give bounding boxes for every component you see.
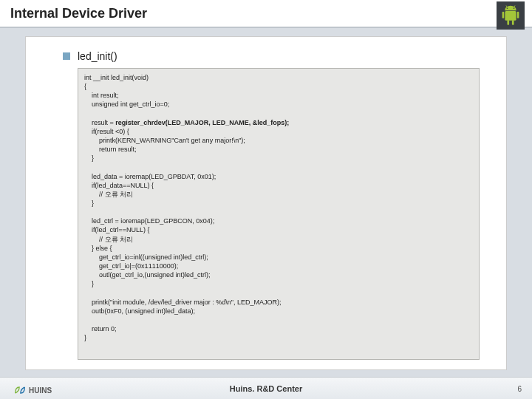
code-line: } [84, 334, 86, 341]
svg-point-1 [507, 7, 508, 9]
code-line: get_ctrl_io=inl((unsigned int)led_ctrl); [84, 253, 208, 261]
svg-rect-7 [517, 12, 519, 18]
code-line: { [84, 83, 86, 90]
code-line: unsigned int get_ctrl_io=0; [84, 100, 169, 108]
svg-rect-9 [512, 20, 514, 25]
svg-rect-6 [502, 12, 505, 18]
function-name: led_init() [78, 50, 117, 62]
code-line: } else { [84, 245, 112, 252]
logo-icon [13, 385, 27, 395]
code-line: get_ctrl_io|=(0x11110000); [84, 262, 178, 270]
code-line: led_data = ioremap(LED_GPBDAT, 0x01); [84, 173, 216, 180]
android-icon [497, 1, 525, 30]
code-line: int __init led_init(void) [84, 74, 149, 81]
code-line: printk(KERN_WARNING"Can't get any major!… [84, 137, 245, 144]
code-bold: register_chrdev(LED_MAJOR, LED_NAME, &le… [115, 119, 289, 126]
logo-text: HUINS [29, 386, 52, 395]
svg-rect-8 [507, 20, 509, 25]
page-title: Internal Device Driver [10, 6, 147, 21]
code-line: if(result <0) { [84, 128, 129, 135]
code-line: int result; [84, 92, 119, 99]
header-bar: Internal Device Driver [0, 0, 532, 28]
footer-center-text: Huins. R&D Center [230, 384, 302, 393]
code-line: // 오류 처리 [84, 236, 133, 243]
code-line: result = [84, 119, 115, 126]
page-number: 6 [517, 385, 522, 393]
code-line: return result; [84, 146, 137, 153]
code-line: if(led_ctrl==NULL) { [84, 226, 150, 233]
section-heading: led_init() [63, 50, 484, 62]
footer-bar: Huins. R&D Center [0, 377, 532, 399]
code-line: if(led_data==NULL) { [84, 182, 154, 189]
code-line: } [84, 200, 94, 207]
bullet-icon [63, 52, 70, 60]
svg-point-2 [514, 7, 515, 9]
code-line: printk("init module, /dev/led_driver maj… [84, 299, 281, 306]
code-line: outb(0xF0, (unsigned int)led_data); [84, 307, 195, 315]
code-line: led_ctrl = ioremap(LED_GPBCON, 0x04); [84, 217, 214, 225]
code-line: // 오류 처리 [84, 191, 133, 198]
code-line: outl(get_ctrl_io,(unsigned int)led_ctrl)… [84, 271, 211, 279]
content-area: led_init() int __init led_init(void) { i… [26, 37, 506, 369]
code-line: } [84, 280, 94, 287]
svg-rect-5 [505, 11, 516, 21]
code-block: int __init led_init(void) { int result; … [78, 68, 480, 360]
code-line: } [84, 154, 94, 162]
huins-logo: HUINS [13, 385, 52, 395]
code-line: return 0; [84, 325, 117, 332]
